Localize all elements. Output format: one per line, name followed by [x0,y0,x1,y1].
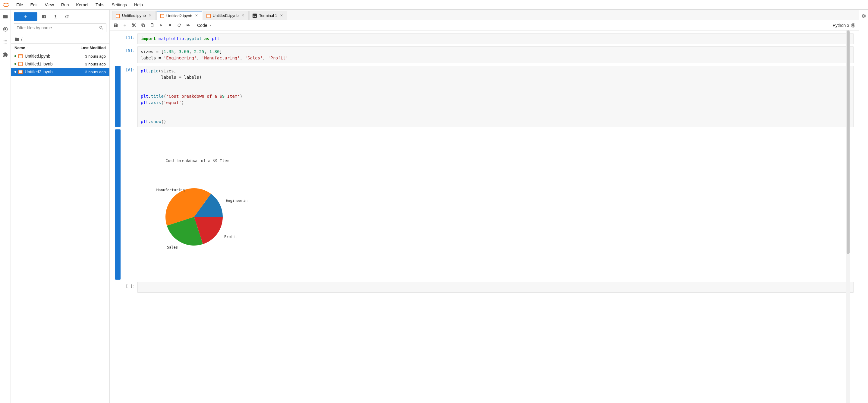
file-modified: 3 hours ago [73,54,106,59]
code-cell[interactable]: [1]: import matplotlib.pyplot as plt [115,33,854,44]
tab[interactable]: Untitled.ipynb [112,11,156,20]
code-input[interactable]: sizes = [1.35, 3.60, 2.25, 1.80] labels … [137,47,854,63]
svg-rect-2 [4,29,6,30]
chevron-down-icon [209,24,212,27]
file-name: Untitled1.ipynb [25,61,71,66]
terminal-icon [253,13,257,18]
running-dot-icon [14,63,16,65]
pie-label: Engineering [226,199,248,203]
folder-icon[interactable] [2,13,8,20]
jupyter-logo-icon [2,1,10,8]
col-header-modified[interactable]: Last Modified [70,46,106,50]
kernel-name-label: Python 3 [833,23,849,28]
menu-tabs[interactable]: Tabs [93,1,107,8]
right-rail [859,10,868,403]
file-list: Untitled.ipynb3 hours agoUntitled1.ipynb… [11,52,110,403]
menubar: File Edit View Run Kernel Tabs Settings … [0,0,868,10]
toc-icon[interactable] [2,39,8,45]
running-dot-icon [14,71,16,73]
breadcrumb[interactable]: / [11,35,110,44]
interrupt-button[interactable] [166,22,174,29]
file-modified: 3 hours ago [73,62,106,66]
code-cell[interactable]: [6]: plt.pie(sizes, labels = labels) plt… [115,66,854,127]
upload-button[interactable] [51,12,60,21]
cell-type-label: Code [197,23,207,28]
svg-rect-25 [169,24,171,26]
code-cell[interactable]: [ ]: [115,282,854,293]
tab[interactable]: Untitled2.ipynb [156,11,202,20]
left-rail [0,10,11,403]
cut-button[interactable] [130,22,138,29]
pie-label: Profit [224,235,237,239]
close-icon[interactable] [280,13,284,18]
notebook-area: Untitled.ipynbUntitled2.ipynbUntitled1.i… [110,10,859,403]
restart-button[interactable] [175,22,183,29]
tab-bar: Untitled.ipynbUntitled2.ipynbUntitled1.i… [110,10,859,20]
svg-rect-20 [207,15,210,16]
svg-rect-21 [253,13,257,18]
tab[interactable]: Untitled1.ipynb [203,11,249,20]
new-launcher-button[interactable] [14,12,37,21]
notebook-icon [18,61,23,66]
tab-label: Untitled2.ipynb [166,13,192,18]
copy-button[interactable] [138,22,147,29]
svg-rect-24 [151,23,153,24]
sort-asc-icon [26,47,29,50]
chart-title: Cost breakdown of a $9 Item [146,158,249,164]
svg-rect-5 [19,55,22,56]
file-modified: 3 hours ago [73,70,106,74]
file-row[interactable]: Untitled.ipynb3 hours ago [11,52,110,60]
refresh-button[interactable] [62,12,72,21]
code-input[interactable]: plt.pie(sizes, labels = labels) plt.titl… [137,66,854,127]
paste-button[interactable] [148,22,156,29]
folder-icon [14,37,19,41]
svg-rect-14 [116,15,119,16]
save-button[interactable] [112,22,120,29]
tab[interactable]: Terminal 1 [249,11,287,20]
menu-kernel[interactable]: Kernel [73,1,91,8]
svg-rect-22 [142,25,144,27]
tab-label: Untitled1.ipynb [213,13,239,18]
filter-input[interactable] [17,25,97,30]
kernel-indicator[interactable]: Python 3 [833,23,857,28]
col-header-name[interactable]: Name [14,46,25,50]
kernel-status-icon [851,23,855,27]
file-row[interactable]: Untitled2.ipynb3 hours ago [11,68,110,76]
cell-prompt: [5]: [121,47,137,63]
menu-help[interactable]: Help [131,1,146,8]
tab-label: Untitled.ipynb [122,13,146,18]
new-folder-button[interactable] [39,12,49,21]
notebook-icon [160,13,164,18]
svg-rect-8 [19,62,22,63]
svg-rect-17 [161,15,164,16]
notebook-icon [206,13,210,18]
file-name: Untitled.ipynb [25,54,71,59]
pie-chart: EngineeringManufacturingSalesProfit [146,178,248,253]
close-icon[interactable] [148,13,153,18]
scrollbar[interactable] [846,30,850,403]
file-name: Untitled2.ipynb [25,69,71,74]
menu-settings[interactable]: Settings [109,1,130,8]
menu-run[interactable]: Run [58,1,72,8]
run-button[interactable] [157,22,165,29]
close-icon[interactable] [195,13,199,18]
cell-output: Cost breakdown of a $9 Item EngineeringM… [115,129,854,280]
code-input[interactable]: import matplotlib.pyplot as plt [137,33,854,44]
notebook-cells: [1]: import matplotlib.pyplot as plt [5]… [110,30,859,403]
restart-run-all-button[interactable] [184,22,192,29]
running-icon[interactable] [2,26,8,32]
menu-edit[interactable]: Edit [27,1,41,8]
pie-label: Manufacturing [156,188,185,192]
insert-cell-button[interactable] [121,22,129,29]
cell-type-select[interactable]: Code [195,22,214,28]
file-row[interactable]: Untitled1.ipynb3 hours ago [11,60,110,68]
menu-file[interactable]: File [13,1,26,8]
property-inspector-icon[interactable] [861,13,867,19]
menu-view[interactable]: View [42,1,57,8]
extensions-icon[interactable] [2,52,8,58]
notebook-toolbar: Code Python 3 [110,20,859,30]
code-cell[interactable]: [5]: sizes = [1.35, 3.60, 2.25, 1.80] la… [115,47,854,63]
close-icon[interactable] [241,13,245,18]
code-input[interactable] [137,282,854,293]
breadcrumb-root: / [21,36,22,41]
